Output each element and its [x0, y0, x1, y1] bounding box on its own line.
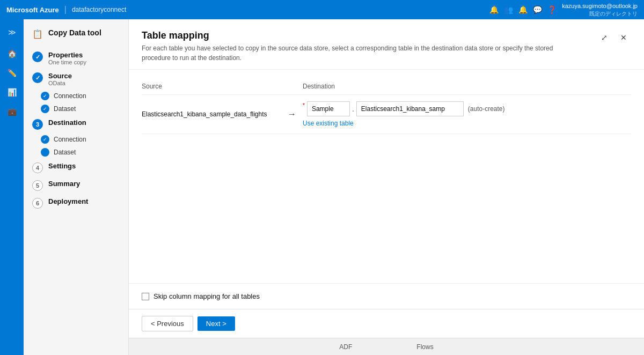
- bottom-bar: ADF Flows: [129, 338, 644, 355]
- mapping-column-headers: Source Destination: [142, 78, 631, 95]
- panel-subtitle: For each table you have selected to copy…: [142, 43, 582, 63]
- copy-icon: 📋: [32, 29, 43, 39]
- sidebar-title: Copy Data tool: [48, 28, 101, 38]
- mapping-dot: .: [352, 105, 354, 113]
- dest-fields: * . (auto-create) Use existing table: [303, 101, 631, 127]
- panel-actions: ⤢ ✕: [597, 30, 631, 45]
- substep-badge-source-dataset: ✓: [41, 105, 49, 113]
- substep-dest-connection[interactable]: ✓ Connection: [41, 133, 128, 146]
- sidebar-step-properties[interactable]: ✓ Properties One time copy: [24, 48, 128, 69]
- panel-header: Table mapping For each table you have se…: [129, 19, 644, 70]
- step-info-destination: Destination: [48, 119, 86, 127]
- sidebar-title-block: Copy Data tool: [48, 28, 101, 38]
- substeps-destination: ✓ Connection Dataset: [24, 133, 128, 159]
- step-sublabel-source: OData: [48, 80, 72, 86]
- sidebar-step-settings[interactable]: 4 Settings: [24, 159, 128, 176]
- step-badge-source: ✓: [32, 72, 43, 83]
- topbar-icons: 🔔 👥 🔔 💬 ❓ kazuya.sugimoto@outlook.jp 既定の…: [489, 2, 638, 17]
- dest-schema-input[interactable]: [307, 101, 350, 116]
- app-body: ≫ 🏠 ✏️ 📊 💼 📋 Copy Data tool ✓ Properties…: [0, 19, 644, 355]
- sidebar-step-deployment[interactable]: 6 Deployment: [24, 194, 128, 212]
- sidebar-steps: ✓ Properties One time copy ✓ Source ODat…: [24, 48, 128, 212]
- briefcase-icon[interactable]: 💼: [3, 103, 20, 120]
- sidebar-header: 📋 Copy Data tool: [24, 28, 128, 48]
- substeps-source: ✓ Connection ✓ Dataset: [24, 90, 128, 115]
- table-row: Elasticsearch1_kibana_sample_data_flight…: [142, 95, 631, 134]
- main-content: Table mapping For each table you have se…: [129, 19, 644, 355]
- substep-source-dataset[interactable]: ✓ Dataset: [41, 102, 128, 115]
- skip-row: Skip column mapping for all tables: [129, 283, 644, 309]
- step-badge-settings: 4: [32, 162, 43, 173]
- substep-badge-dest-dataset: [41, 148, 49, 157]
- source-table-name: Elasticsearch1_kibana_sample_data_flight…: [142, 110, 281, 118]
- step-label-properties: Properties: [48, 51, 86, 59]
- step-info-properties: Properties One time copy: [48, 51, 86, 65]
- step-label-settings: Settings: [48, 162, 76, 170]
- step-label-summary: Summary: [48, 180, 80, 188]
- bottom-adf-label: ADF: [339, 343, 352, 351]
- pencil-icon[interactable]: ✏️: [3, 64, 20, 82]
- alert-icon[interactable]: 🔔: [518, 5, 528, 14]
- sidebar-step-summary[interactable]: 5 Summary: [24, 176, 128, 194]
- step-sublabel-properties: One time copy: [48, 59, 86, 65]
- substep-label-source-connection: Connection: [54, 92, 86, 100]
- step-info-source: Source OData: [48, 72, 72, 86]
- substep-badge-source-connection: ✓: [41, 92, 49, 100]
- skip-column-mapping-checkbox[interactable]: [142, 293, 149, 300]
- arrow-icon: →: [281, 109, 303, 119]
- dest-inputs-row: * . (auto-create): [303, 101, 505, 116]
- user-name: kazuya.sugimoto@outlook.jp: [562, 2, 638, 10]
- step-info-settings: Settings: [48, 162, 76, 170]
- step-info-deployment: Deployment: [48, 197, 88, 205]
- mapping-body: Source Destination Elasticsearch1_kibana…: [129, 70, 644, 283]
- step-badge-summary: 5: [32, 180, 43, 191]
- sidebar-step-source[interactable]: ✓ Source OData: [24, 69, 128, 90]
- expand-button[interactable]: ⤢: [597, 30, 612, 45]
- dest-table-input[interactable]: [356, 101, 464, 116]
- users-icon[interactable]: 👥: [504, 5, 513, 14]
- step-badge-destination: 3: [32, 119, 43, 130]
- azure-logo: Microsoft Azure: [6, 6, 59, 14]
- step-info-summary: Summary: [48, 180, 80, 188]
- collapse-icon[interactable]: ≫: [3, 24, 20, 41]
- skip-label: Skip column mapping for all tables: [153, 292, 260, 300]
- step-label-source: Source: [48, 72, 72, 80]
- panel-title: Table mapping: [142, 30, 582, 41]
- required-asterisk: *: [303, 102, 305, 108]
- substep-label-dest-dataset: Dataset: [54, 149, 76, 156]
- icon-rail: ≫ 🏠 ✏️ 📊 💼: [0, 19, 24, 355]
- substep-source-connection[interactable]: ✓ Connection: [41, 90, 128, 102]
- use-existing-table-link[interactable]: Use existing table: [303, 120, 354, 127]
- chat-icon[interactable]: 💬: [533, 5, 542, 14]
- substep-label-dest-connection: Connection: [54, 136, 86, 143]
- substep-label-source-dataset: Dataset: [54, 105, 76, 113]
- topbar: Microsoft Azure | datafactoryconnect 🔔 👥…: [0, 0, 644, 19]
- sidebar-step-destination[interactable]: 3 Destination: [24, 115, 128, 133]
- sidebar: 📋 Copy Data tool ✓ Properties One time c…: [24, 19, 129, 355]
- user-directory: 既定のディレクトリ: [562, 10, 638, 17]
- substep-badge-dest-connection: ✓: [41, 135, 49, 144]
- step-badge-deployment: 6: [32, 198, 43, 209]
- col-header-source: Source: [142, 83, 281, 90]
- bottom-flows-label: Flows: [416, 343, 433, 351]
- step-badge-properties: ✓: [32, 51, 43, 62]
- step-label-destination: Destination: [48, 119, 86, 127]
- monitor-icon[interactable]: 📊: [3, 84, 20, 101]
- panel-title-block: Table mapping For each table you have se…: [142, 30, 582, 63]
- topbar-app-name: datafactoryconnect: [72, 6, 126, 13]
- next-button[interactable]: Next >: [197, 316, 235, 331]
- home-icon[interactable]: 🏠: [3, 45, 20, 62]
- close-button[interactable]: ✕: [616, 30, 631, 45]
- previous-button[interactable]: < Previous: [142, 316, 193, 331]
- panel-footer: < Previous Next >: [129, 309, 644, 338]
- user-info: kazuya.sugimoto@outlook.jp 既定のディレクトリ: [562, 2, 638, 17]
- substep-dest-dataset[interactable]: Dataset: [41, 146, 128, 159]
- step-label-deployment: Deployment: [48, 197, 88, 205]
- notification-icon[interactable]: 🔔: [489, 5, 499, 14]
- help-icon[interactable]: ❓: [547, 5, 557, 14]
- topbar-separator: |: [64, 5, 67, 14]
- auto-create-label: (auto-create): [468, 105, 505, 113]
- col-header-dest: Destination: [303, 83, 631, 90]
